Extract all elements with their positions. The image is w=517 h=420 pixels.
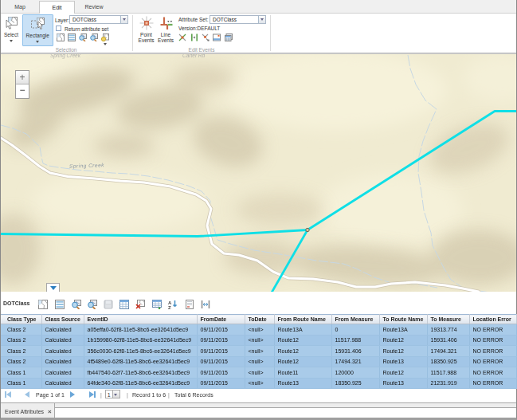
- svg-text:Z: Z: [168, 305, 171, 309]
- svg-text:A: A: [168, 300, 172, 305]
- svg-text:Carter Rd: Carter Rd: [182, 54, 206, 58]
